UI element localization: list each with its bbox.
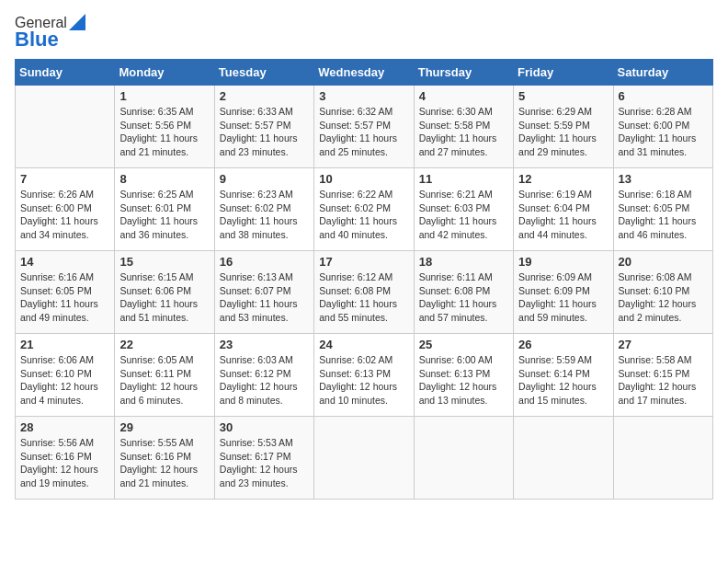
week-row-4: 21Sunrise: 6:06 AMSunset: 6:10 PMDayligh…: [16, 334, 713, 417]
calendar-cell: 1Sunrise: 6:35 AMSunset: 5:56 PMDaylight…: [115, 86, 214, 168]
logo-icon: [69, 14, 85, 30]
cell-info: Sunrise: 5:59 AMSunset: 6:14 PMDaylight:…: [518, 353, 608, 408]
header-row: SundayMondayTuesdayWednesdayThursdayFrid…: [16, 60, 713, 86]
day-number: 6: [619, 89, 708, 103]
column-header-monday: Monday: [115, 60, 214, 86]
calendar-cell: 27Sunrise: 5:58 AMSunset: 6:15 PMDayligh…: [613, 334, 712, 417]
logo: General Blue: [15, 15, 85, 52]
day-number: 24: [319, 338, 408, 351]
calendar-cell: 13Sunrise: 6:18 AMSunset: 6:05 PMDayligh…: [613, 168, 712, 251]
week-row-3: 14Sunrise: 6:16 AMSunset: 6:05 PMDayligh…: [16, 251, 713, 334]
week-row-5: 28Sunrise: 5:56 AMSunset: 6:16 PMDayligh…: [16, 417, 713, 500]
cell-info: Sunrise: 6:03 AMSunset: 6:12 PMDaylight:…: [220, 353, 309, 408]
column-header-wednesday: Wednesday: [314, 60, 414, 86]
day-number: 1: [119, 89, 209, 103]
calendar-cell: 26Sunrise: 5:59 AMSunset: 6:14 PMDayligh…: [514, 334, 613, 417]
cell-info: Sunrise: 6:05 AMSunset: 6:11 PMDaylight:…: [119, 353, 209, 408]
cell-info: Sunrise: 6:28 AMSunset: 6:00 PMDaylight:…: [619, 105, 708, 159]
day-number: 13: [619, 172, 708, 186]
day-number: 15: [119, 255, 209, 269]
day-number: 17: [319, 255, 408, 269]
cell-info: Sunrise: 6:08 AMSunset: 6:10 PMDaylight:…: [619, 270, 708, 325]
cell-info: Sunrise: 6:32 AMSunset: 5:57 PMDaylight:…: [319, 105, 408, 159]
calendar-cell: [613, 417, 712, 500]
cell-info: Sunrise: 6:19 AMSunset: 6:04 PMDaylight:…: [518, 188, 608, 242]
calendar-cell: 3Sunrise: 6:32 AMSunset: 5:57 PMDaylight…: [314, 86, 414, 168]
calendar-cell: 7Sunrise: 6:26 AMSunset: 6:00 PMDaylight…: [16, 168, 115, 251]
calendar-cell: 29Sunrise: 5:55 AMSunset: 6:16 PMDayligh…: [115, 417, 214, 500]
cell-info: Sunrise: 6:12 AMSunset: 6:08 PMDaylight:…: [319, 270, 408, 325]
cell-info: Sunrise: 6:26 AMSunset: 6:00 PMDaylight:…: [20, 188, 109, 242]
day-number: 16: [220, 255, 309, 269]
cell-info: Sunrise: 6:33 AMSunset: 5:57 PMDaylight:…: [220, 105, 309, 159]
day-number: 3: [319, 89, 408, 103]
cell-info: Sunrise: 6:06 AMSunset: 6:10 PMDaylight:…: [20, 353, 109, 408]
cell-info: Sunrise: 6:25 AMSunset: 6:01 PMDaylight:…: [119, 188, 209, 242]
day-number: 21: [20, 338, 109, 351]
calendar-cell: 6Sunrise: 6:28 AMSunset: 6:00 PMDaylight…: [613, 86, 712, 168]
calendar-cell: 22Sunrise: 6:05 AMSunset: 6:11 PMDayligh…: [115, 334, 214, 417]
column-header-sunday: Sunday: [16, 60, 115, 86]
day-number: 7: [20, 172, 109, 186]
logo-blue-text: Blue: [15, 28, 59, 52]
day-number: 22: [119, 338, 209, 351]
cell-info: Sunrise: 6:15 AMSunset: 6:06 PMDaylight:…: [119, 270, 209, 325]
calendar-cell: 15Sunrise: 6:15 AMSunset: 6:06 PMDayligh…: [115, 251, 214, 334]
calendar-cell: 16Sunrise: 6:13 AMSunset: 6:07 PMDayligh…: [214, 251, 313, 334]
cell-info: Sunrise: 6:16 AMSunset: 6:05 PMDaylight:…: [20, 270, 109, 325]
week-row-1: 1Sunrise: 6:35 AMSunset: 5:56 PMDaylight…: [16, 86, 713, 168]
column-header-tuesday: Tuesday: [214, 60, 313, 86]
day-number: 2: [220, 89, 309, 103]
cell-info: Sunrise: 5:56 AMSunset: 6:16 PMDaylight:…: [20, 436, 109, 490]
day-number: 29: [119, 420, 209, 434]
day-number: 11: [419, 172, 508, 186]
calendar-cell: 14Sunrise: 6:16 AMSunset: 6:05 PMDayligh…: [16, 251, 115, 334]
cell-info: Sunrise: 6:13 AMSunset: 6:07 PMDaylight:…: [220, 270, 309, 325]
calendar-table: SundayMondayTuesdayWednesdayThursdayFrid…: [15, 59, 713, 500]
day-number: 8: [119, 172, 209, 186]
calendar-cell: 9Sunrise: 6:23 AMSunset: 6:02 PMDaylight…: [214, 168, 313, 251]
day-number: 30: [220, 420, 309, 434]
calendar-cell: [314, 417, 414, 500]
column-header-saturday: Saturday: [613, 60, 712, 86]
calendar-cell: [414, 417, 513, 500]
calendar-cell: 5Sunrise: 6:29 AMSunset: 5:59 PMDaylight…: [514, 86, 613, 168]
column-header-friday: Friday: [514, 60, 613, 86]
cell-info: Sunrise: 6:30 AMSunset: 5:58 PMDaylight:…: [419, 105, 508, 159]
cell-info: Sunrise: 6:23 AMSunset: 6:02 PMDaylight:…: [220, 188, 309, 242]
calendar-body: 1Sunrise: 6:35 AMSunset: 5:56 PMDaylight…: [16, 86, 713, 500]
cell-info: Sunrise: 6:11 AMSunset: 6:08 PMDaylight:…: [419, 270, 508, 325]
calendar-cell: 4Sunrise: 6:30 AMSunset: 5:58 PMDaylight…: [414, 86, 513, 168]
cell-info: Sunrise: 6:29 AMSunset: 5:59 PMDaylight:…: [518, 105, 608, 159]
calendar-cell: 2Sunrise: 6:33 AMSunset: 5:57 PMDaylight…: [214, 86, 313, 168]
calendar-cell: 11Sunrise: 6:21 AMSunset: 6:03 PMDayligh…: [414, 168, 513, 251]
day-number: 20: [619, 255, 708, 269]
day-number: 25: [419, 338, 508, 351]
calendar-cell: 30Sunrise: 5:53 AMSunset: 6:17 PMDayligh…: [214, 417, 313, 500]
day-number: 23: [220, 338, 309, 351]
cell-info: Sunrise: 6:00 AMSunset: 6:13 PMDaylight:…: [419, 353, 508, 408]
cell-info: Sunrise: 6:22 AMSunset: 6:02 PMDaylight:…: [319, 188, 408, 242]
calendar-cell: 17Sunrise: 6:12 AMSunset: 6:08 PMDayligh…: [314, 251, 414, 334]
page-header: General Blue: [15, 15, 713, 52]
calendar-cell: [514, 417, 613, 500]
cell-info: Sunrise: 6:35 AMSunset: 5:56 PMDaylight:…: [119, 105, 209, 159]
day-number: 4: [419, 89, 508, 103]
cell-info: Sunrise: 6:21 AMSunset: 6:03 PMDaylight:…: [419, 188, 508, 242]
calendar-cell: 19Sunrise: 6:09 AMSunset: 6:09 PMDayligh…: [514, 251, 613, 334]
calendar-cell: 25Sunrise: 6:00 AMSunset: 6:13 PMDayligh…: [414, 334, 513, 417]
calendar-cell: 20Sunrise: 6:08 AMSunset: 6:10 PMDayligh…: [613, 251, 712, 334]
calendar-cell: 21Sunrise: 6:06 AMSunset: 6:10 PMDayligh…: [16, 334, 115, 417]
calendar-cell: 23Sunrise: 6:03 AMSunset: 6:12 PMDayligh…: [214, 334, 313, 417]
day-number: 28: [20, 420, 109, 434]
day-number: 26: [518, 338, 608, 351]
calendar-cell: 24Sunrise: 6:02 AMSunset: 6:13 PMDayligh…: [314, 334, 414, 417]
cell-info: Sunrise: 6:02 AMSunset: 6:13 PMDaylight:…: [319, 353, 408, 408]
calendar-header: SundayMondayTuesdayWednesdayThursdayFrid…: [16, 60, 713, 86]
day-number: 9: [220, 172, 309, 186]
calendar-cell: [16, 86, 115, 168]
column-header-thursday: Thursday: [414, 60, 513, 86]
day-number: 18: [419, 255, 508, 269]
cell-info: Sunrise: 5:58 AMSunset: 6:15 PMDaylight:…: [619, 353, 708, 408]
day-number: 14: [20, 255, 109, 269]
